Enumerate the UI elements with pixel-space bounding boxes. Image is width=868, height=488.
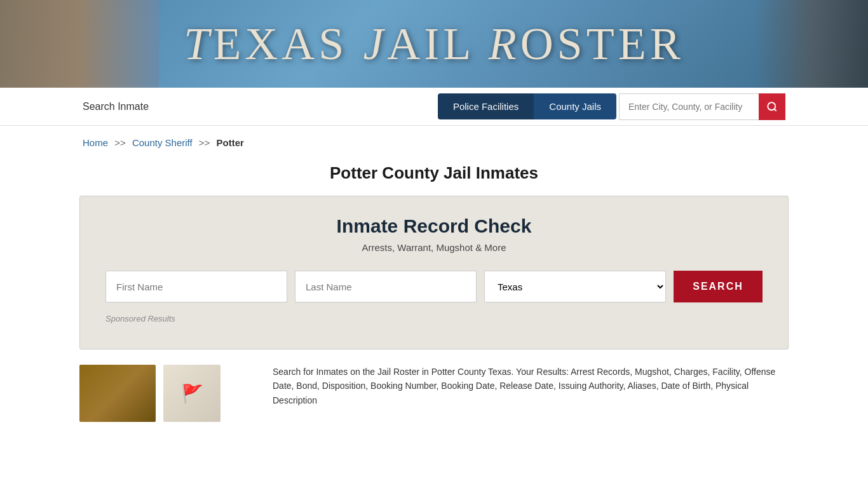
record-check-form: Texas Alabama Alaska Arizona Arkansas Ca… <box>105 271 763 302</box>
first-name-input[interactable] <box>105 271 287 302</box>
svg-point-0 <box>768 102 775 110</box>
state-select[interactable]: Texas Alabama Alaska Arizona Arkansas Ca… <box>484 271 666 302</box>
nav-search-input[interactable] <box>619 93 759 120</box>
breadcrumb-home[interactable]: Home <box>83 137 108 148</box>
header-banner: TEXAS JAIL ROSTER <box>0 0 868 88</box>
banner-left-decoration <box>0 0 159 88</box>
record-search-button[interactable]: SEARCH <box>674 271 763 302</box>
record-check-title: Inmate Record Check <box>105 215 763 237</box>
bottom-section: 🚩 Search for Inmates on the Jail Roster … <box>0 349 868 437</box>
breadcrumb-current: Potter <box>217 137 244 148</box>
county-jails-button[interactable]: County Jails <box>534 93 616 119</box>
nav-search-button[interactable] <box>759 93 785 120</box>
bottom-image-building <box>79 365 156 422</box>
sponsored-results-label: Sponsored Results <box>105 314 763 323</box>
nav-bar: Search Inmate Police Facilities County J… <box>0 88 868 126</box>
bottom-images: 🚩 <box>79 365 257 422</box>
search-icon <box>766 101 778 112</box>
police-facilities-button[interactable]: Police Facilities <box>438 93 534 119</box>
page-title: Potter County Jail Inmates <box>0 154 868 196</box>
breadcrumb-sep1: >> <box>114 137 126 148</box>
bottom-image-flag: 🚩 <box>163 365 220 422</box>
banner-title: TEXAS JAIL ROSTER <box>184 18 684 71</box>
nav-search-label: Search Inmate <box>83 101 149 112</box>
breadcrumb-county-sheriff[interactable]: County Sheriff <box>132 137 193 148</box>
svg-line-1 <box>774 109 776 111</box>
nav-buttons: Police Facilities County Jails <box>438 93 616 119</box>
breadcrumb-sep2: >> <box>199 137 210 148</box>
record-check-subtitle: Arrests, Warrant, Mugshot & More <box>105 242 763 253</box>
bottom-description: Search for Inmates on the Jail Roster in… <box>273 365 789 407</box>
last-name-input[interactable] <box>295 271 477 302</box>
record-check-section: Inmate Record Check Arrests, Warrant, Mu… <box>79 196 789 349</box>
breadcrumb: Home >> County Sheriff >> Potter <box>0 126 868 154</box>
banner-right-decoration <box>754 0 868 88</box>
nav-search-container <box>619 93 785 120</box>
